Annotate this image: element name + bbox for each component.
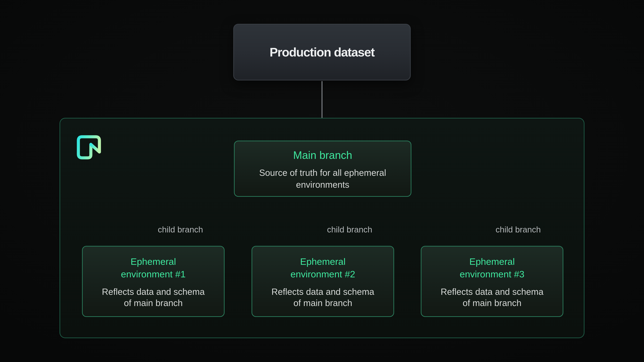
ephemeral-env-2-description-line-2: of main branch (272, 297, 374, 309)
ephemeral-env-1-description-line-1: Reflects data and schema (102, 286, 205, 297)
ephemeral-env-1-title: Ephemeral environment #1 (121, 255, 186, 280)
child-branch-label-1: child branch (158, 225, 203, 234)
ephemeral-env-2-title-line-1: Ephemeral (290, 255, 355, 268)
ephemeral-env-2-description-line-1: Reflects data and schema (272, 286, 374, 297)
ephemeral-env-3-title: Ephemeral environment #3 (460, 255, 524, 280)
ephemeral-env-box-2: Ephemeral environment #2 Reflects data a… (252, 246, 394, 317)
main-branch-description-line-2: environments (259, 179, 386, 191)
ephemeral-env-2-description: Reflects data and schema of main branch (272, 286, 374, 309)
main-branch-box: Main branch Source of truth for all ephe… (234, 141, 412, 197)
ephemeral-env-3-description: Reflects data and schema of main branch (441, 286, 544, 309)
production-dataset-box: Production dataset (233, 24, 411, 80)
ephemeral-env-box-1: Ephemeral environment #1 Reflects data a… (82, 246, 224, 317)
ephemeral-env-1-title-line-1: Ephemeral (121, 255, 186, 268)
ephemeral-env-2-title: Ephemeral environment #2 (290, 255, 355, 280)
ephemeral-env-3-title-line-1: Ephemeral (460, 255, 524, 268)
ephemeral-env-3-title-line-2: environment #3 (460, 268, 524, 280)
ephemeral-env-1-title-line-2: environment #1 (121, 268, 186, 280)
main-branch-title: Main branch (293, 149, 352, 161)
ephemeral-env-box-3: Ephemeral environment #3 Reflects data a… (421, 246, 563, 317)
child-branch-label-3: child branch (496, 225, 541, 234)
ephemeral-env-3-description-line-2: of main branch (441, 297, 544, 309)
main-branch-description-line-1: Source of truth for all ephemeral (259, 167, 386, 179)
ephemeral-env-1-description-line-2: of main branch (102, 297, 205, 309)
main-branch-description: Source of truth for all ephemeral enviro… (259, 167, 386, 191)
ephemeral-env-1-description: Reflects data and schema of main branch (102, 286, 205, 309)
ephemeral-env-2-title-line-2: environment #2 (290, 268, 355, 280)
ephemeral-env-3-description-line-1: Reflects data and schema (441, 286, 544, 297)
child-branch-label-2: child branch (327, 225, 372, 234)
production-dataset-title: Production dataset (270, 45, 374, 59)
neon-logo-icon (77, 135, 101, 160)
diagram-stage: Production dataset (0, 0, 644, 362)
